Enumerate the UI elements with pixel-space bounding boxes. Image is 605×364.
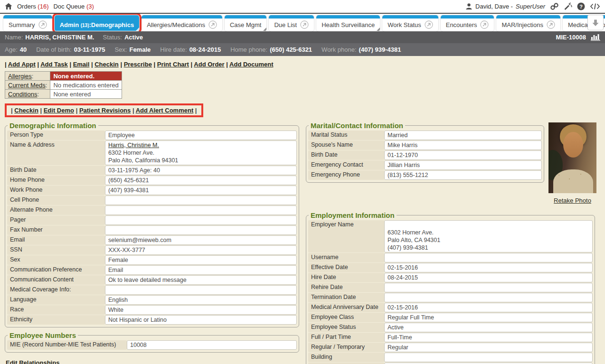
submenu-fold-icon	[377, 28, 380, 31]
submenu-fold-icon	[263, 28, 266, 31]
popout-icon[interactable]	[208, 20, 217, 29]
alert-value: None entered.	[50, 72, 122, 81]
help-icon[interactable]: ?	[577, 2, 585, 10]
field-label: Username	[308, 253, 384, 262]
patient-status: Status: Active	[103, 34, 143, 41]
field-value: Not Hispanic or Latino	[105, 315, 297, 325]
field-value: Full-Time	[384, 333, 593, 342]
tab-encounters[interactable]: Encounters	[441, 15, 494, 31]
field-value: Jillian Harris	[384, 160, 542, 170]
wand-icon[interactable]	[564, 2, 572, 10]
action-print-chart[interactable]: Print Chart	[157, 61, 189, 68]
doc-queue-link[interactable]: Doc Queue (3)	[53, 3, 94, 10]
field-row-sex: SexFemale	[7, 255, 297, 265]
alert-label: Current Meds:	[5, 81, 50, 90]
tab-mar-injections[interactable]: MAR/Injections	[496, 15, 560, 31]
field-label: Medical Anniversary Date	[308, 303, 384, 312]
orders-link[interactable]: Orders (16)	[17, 3, 48, 10]
action-add-order[interactable]: Add Order	[194, 61, 224, 68]
user-role: SuperUser	[516, 3, 545, 10]
patient-field-work-phone: Work phone:(407) 939-4381	[321, 46, 401, 53]
tab-due-list[interactable]: Due List	[269, 15, 314, 31]
popout-icon[interactable]	[425, 20, 433, 29]
field-value	[384, 283, 593, 292]
field-value	[384, 353, 593, 362]
field-row-regular-temporary: Regular / TemporaryRegular	[308, 343, 593, 352]
patient-photo	[548, 122, 596, 193]
field-value: Employee	[105, 131, 297, 140]
main-content: | Add Appt | Add Task | Email | Checkin …	[0, 56, 605, 364]
field-value	[384, 293, 593, 302]
chart-id: MIE-10008	[556, 34, 586, 41]
user-menu[interactable]: David, Dave - SuperUser	[465, 3, 545, 10]
tab-case-mgmt[interactable]: Case Mgmt	[225, 15, 266, 31]
quicklink-edit-demo[interactable]: Edit Demo	[44, 107, 74, 114]
popout-icon[interactable]	[547, 20, 555, 29]
field-row-employee-class: Employee ClassRegular Full Time	[308, 313, 593, 322]
popout-icon[interactable]	[480, 20, 489, 29]
field-row-language: LanguageEnglish	[7, 295, 297, 305]
tab-scroll-down-button[interactable]	[587, 15, 604, 30]
employment-information-title: Employment Information	[309, 211, 397, 219]
field-value	[105, 215, 297, 225]
field-value-link[interactable]: Harris, Christine M.	[108, 142, 159, 149]
tab-accent-strip	[3, 15, 52, 19]
action-add-appt[interactable]: Add Appt	[8, 61, 36, 68]
field-row-marital-status: Marital StatusMarried	[308, 131, 542, 140]
tab-summary[interactable]: Summary	[3, 15, 52, 31]
submenu-fold-icon	[136, 28, 139, 31]
edit-relationships-link[interactable]: Edit Relationships	[6, 359, 59, 364]
alert-label-link[interactable]: Allergies	[8, 73, 32, 80]
field-label: Emergency Contact	[308, 160, 384, 170]
action-prescribe[interactable]: Prescribe	[124, 61, 152, 68]
patient-photo-column: Retake Photo	[548, 121, 597, 205]
popout-icon[interactable]	[38, 20, 47, 29]
orders-label: Orders	[17, 3, 36, 10]
alert-label: Allergies:	[5, 72, 50, 81]
quicklink-add-alert-comment[interactable]: Add Alert Comment	[136, 107, 194, 114]
tab-label: Due List	[274, 21, 297, 28]
patient-field-date-of-birth: Date of birth:03-11-1975	[36, 46, 105, 53]
field-value: Female	[105, 255, 297, 265]
tab-health-surveillance[interactable]: Health Surveillance	[316, 15, 380, 31]
user-name: David, Dave -	[475, 3, 513, 10]
link-icon[interactable]	[550, 2, 559, 10]
field-value: Regular	[384, 343, 593, 352]
field-label: Termination Date	[308, 293, 384, 302]
field-row-cell-phone: Cell Phone	[7, 196, 297, 205]
alert-label-link[interactable]: Conditions	[8, 91, 37, 98]
field-label: SSN	[7, 245, 105, 255]
alert-label-link[interactable]: Current Meds	[8, 82, 46, 89]
patient-field-sex: Sex:Female	[114, 46, 151, 53]
field-value: 01-12-1970	[384, 150, 542, 160]
home-icon[interactable]	[5, 3, 12, 10]
tab-admin[interactable]: Admin (13):Demographics	[55, 15, 140, 31]
field-label: Marital Status	[308, 131, 384, 140]
field-row-employee-status: Employee StatusActive	[308, 323, 593, 332]
action-add-document[interactable]: Add Document	[229, 61, 273, 68]
retake-photo-link[interactable]: Retake Photo	[554, 197, 591, 204]
popout-icon[interactable]	[300, 20, 309, 29]
left-column: Demographic Information Person TypeEmplo…	[5, 121, 299, 364]
tab-work-status[interactable]: Work Status	[382, 15, 438, 31]
alert-value: No medications entered	[50, 81, 122, 90]
field-label: Regular / Temporary	[308, 343, 384, 352]
field-label: Birth Date	[7, 166, 105, 175]
quicklink-patient-revisions[interactable]: Patient Revisions	[79, 107, 131, 114]
field-value: White	[105, 305, 297, 315]
action-email[interactable]: Email	[73, 61, 90, 68]
flowsheet-chart-icon[interactable]	[591, 34, 600, 41]
code-icon[interactable]	[590, 3, 600, 10]
tab-allergies-medications[interactable]: Allergies/Medications	[142, 15, 222, 31]
action-add-task[interactable]: Add Task	[40, 61, 68, 68]
action-checkin[interactable]: Checkin	[95, 61, 119, 68]
alert-row-allergies: Allergies:None entered.	[5, 72, 122, 81]
tab-label: Work Status	[388, 21, 421, 28]
field-label: Pager	[7, 215, 105, 225]
field-value: XXX-XX-3777	[105, 245, 297, 255]
tab-accent-strip	[382, 15, 438, 19]
field-row-mie-record-number-mie-test-patients: MIE (Record Number-MIE Test Patients)100…	[7, 340, 297, 350]
quicklink-checkin[interactable]: Checkin	[14, 107, 38, 114]
field-label: Work Phone	[7, 186, 105, 195]
doc-queue-count: (3)	[86, 3, 94, 10]
